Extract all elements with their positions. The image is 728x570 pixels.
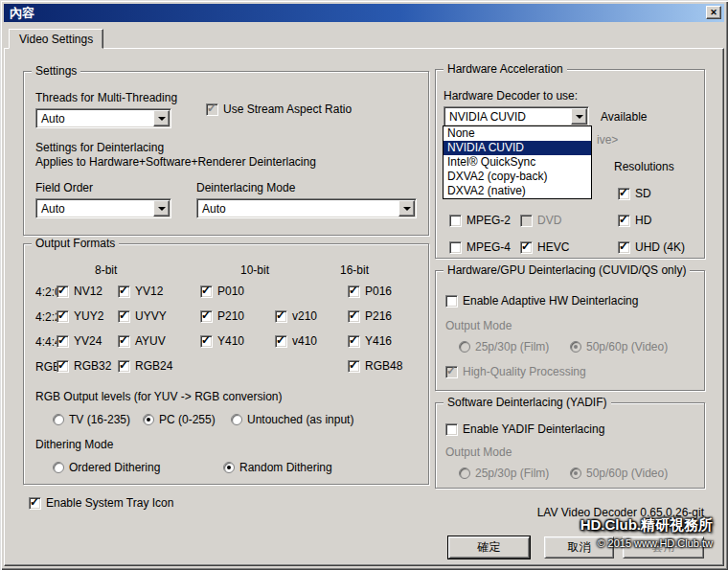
- output-mode-label: Output Mode: [445, 445, 512, 459]
- radio-label: PC (0-255): [159, 413, 216, 426]
- chevron-down-icon: [158, 117, 166, 125]
- checkbox-box: [348, 285, 360, 298]
- hw-decoder-dropdown-list: None NVIDIA CUVID Intel® QuickSync DXVA2…: [443, 125, 592, 199]
- checkbox-p010[interactable]: P010: [200, 285, 244, 298]
- checkbox-label: YUY2: [74, 309, 103, 323]
- checkbox-uyvy[interactable]: UYVY: [118, 309, 167, 323]
- rgb-levels-label: RGB Output levels (for YUV -> RGB conver…: [35, 390, 283, 403]
- checkbox-label: MPEG-4: [466, 240, 511, 254]
- radio-random-dithering[interactable]: Random Dithering: [223, 461, 332, 474]
- checkbox-box: [57, 335, 69, 348]
- adaptive-hw-deint-checkbox[interactable]: Enable Adaptive HW Deinterlacing: [445, 294, 638, 308]
- watermark-line1: HD.Club.精研視務所: [580, 516, 713, 535]
- dropdown-option-dxva2-copy-back[interactable]: DXVA2 (copy-back): [444, 170, 591, 184]
- checkbox-hevc[interactable]: HEVC: [520, 240, 569, 254]
- checkbox-box: [445, 423, 458, 436]
- sw-deinterlacing-group: Software Deinterlacing (YADIF) Enable YA…: [435, 402, 705, 489]
- close-icon: ✕: [710, 8, 717, 17]
- checkbox-box: [57, 310, 69, 323]
- radio-label: Random Dithering: [239, 461, 332, 474]
- available-label: Available: [601, 110, 647, 124]
- chevron-down-icon: [403, 207, 411, 215]
- close-button[interactable]: ✕: [706, 6, 721, 19]
- yadif-deint-checkbox[interactable]: Enable YADIF Deinterlacing: [445, 422, 604, 436]
- combobox-arrow-button[interactable]: [571, 108, 587, 125]
- checkbox-yv12[interactable]: YV12: [118, 285, 163, 298]
- checkbox-rgb24[interactable]: RGB24: [118, 359, 172, 373]
- hardware-acceleration-group-title: Hardware Acceleration: [444, 62, 567, 77]
- tab-video-settings[interactable]: Video Settings: [9, 29, 103, 49]
- checkbox-label: YV24: [74, 334, 102, 348]
- combobox-value: Auto: [41, 202, 65, 216]
- checkbox-nv12[interactable]: NV12: [57, 285, 102, 298]
- settings-group: Settings Threads for Multi-Threading Aut…: [23, 71, 429, 236]
- checkbox-uhd-4k[interactable]: UHD (4K): [618, 240, 685, 254]
- checkbox-rgb32[interactable]: RGB32: [57, 359, 111, 373]
- checkbox-label: HEVC: [537, 240, 569, 254]
- radio-label: 25p/30p (Film): [475, 340, 549, 353]
- dropdown-option-dxva2-native[interactable]: DXVA2 (native): [444, 184, 591, 198]
- header-8bit: 8-bit: [95, 263, 117, 277]
- tab-label: Video Settings: [19, 33, 93, 46]
- checkbox-label: Enable Adaptive HW Deinterlacing: [463, 294, 638, 308]
- hw-deinterlacing-group: Hardware/GPU Deinterlacing (CUVID/QS onl…: [435, 270, 705, 391]
- hw-decoder-combobox[interactable]: NVIDIA CUVID: [444, 106, 589, 126]
- checkbox-mpeg2[interactable]: MPEG-2: [449, 214, 511, 227]
- radio-pc-levels[interactable]: PC (0-255): [143, 413, 216, 426]
- radio-tv-levels[interactable]: TV (16-235): [53, 413, 130, 426]
- field-order-combobox[interactable]: Auto: [35, 198, 171, 218]
- checkbox-label: RGB48: [365, 359, 402, 373]
- checkbox-box: [348, 335, 360, 348]
- checkbox-box: [618, 241, 630, 254]
- checkbox-box: [57, 285, 69, 298]
- checkbox-box: [618, 188, 630, 200]
- checkbox-box: [118, 335, 130, 348]
- threads-combobox[interactable]: Auto: [35, 108, 171, 128]
- checkbox-label: DVD: [537, 214, 561, 227]
- checkbox-box: [445, 366, 458, 378]
- checkbox-mpeg4[interactable]: MPEG-4: [449, 240, 511, 254]
- checkbox-ayuv[interactable]: AYUV: [118, 334, 166, 348]
- checkbox-box: [520, 241, 533, 254]
- combobox-arrow-button[interactable]: [153, 110, 170, 126]
- dropdown-option-intel-quicksync[interactable]: Intel® QuickSync: [444, 155, 591, 170]
- radio-ordered-dithering[interactable]: Ordered Dithering: [53, 461, 160, 474]
- checkbox-v410[interactable]: v410: [275, 334, 317, 348]
- settings-group-title: Settings: [32, 64, 80, 79]
- chevron-down-icon: [576, 115, 583, 123]
- checkbox-p216[interactable]: P216: [348, 309, 392, 323]
- checkbox-hd[interactable]: HD: [618, 214, 651, 227]
- checkbox-rgb48[interactable]: RGB48: [348, 359, 402, 373]
- checkbox-sd[interactable]: SD: [618, 187, 651, 200]
- titlebar[interactable]: 內容 ✕: [4, 4, 724, 22]
- dropdown-option-nvidia-cuvid[interactable]: NVIDIA CUVID: [444, 141, 591, 155]
- checkbox-box: [118, 360, 130, 373]
- radio-untouched-levels[interactable]: Untouched (as input): [231, 413, 353, 426]
- checkbox-label: Y416: [365, 334, 392, 348]
- checkbox-box: [449, 215, 462, 227]
- radio-dot: [53, 462, 64, 473]
- checkbox-box: [445, 295, 458, 308]
- checkbox-p210[interactable]: P210: [200, 309, 244, 323]
- output-mode-label: Output Mode: [445, 319, 512, 332]
- sw-deinterlacing-group-title: Software Deinterlacing (YADIF): [444, 396, 611, 410]
- checkbox-p016[interactable]: P016: [348, 285, 392, 298]
- deinterlacing-mode-combobox[interactable]: Auto: [196, 198, 417, 218]
- checkbox-v210[interactable]: v210: [275, 309, 317, 323]
- checkbox-label: P210: [217, 309, 244, 323]
- checkbox-yuy2[interactable]: YUY2: [57, 309, 103, 323]
- checkbox-yv24[interactable]: YV24: [57, 334, 102, 348]
- checkbox-y416[interactable]: Y416: [348, 334, 392, 348]
- checkbox-y410[interactable]: Y410: [200, 334, 244, 348]
- ok-button[interactable]: 確定: [448, 536, 530, 559]
- checkbox-label: v410: [292, 334, 317, 348]
- combobox-arrow-button[interactable]: [153, 200, 170, 217]
- properties-dialog: 內容 ✕ Video Settings Settings Threads for…: [0, 0, 728, 570]
- checkbox-label: P016: [365, 285, 392, 298]
- checkbox-label: Enable YADIF Deinterlacing: [463, 422, 604, 436]
- combobox-arrow-button[interactable]: [398, 200, 415, 217]
- dropdown-option-none[interactable]: None: [444, 126, 591, 141]
- chevron-down-icon: [158, 207, 166, 215]
- system-tray-checkbox[interactable]: Enable System Tray Icon: [29, 496, 173, 510]
- dithering-mode-label: Dithering Mode: [35, 438, 113, 451]
